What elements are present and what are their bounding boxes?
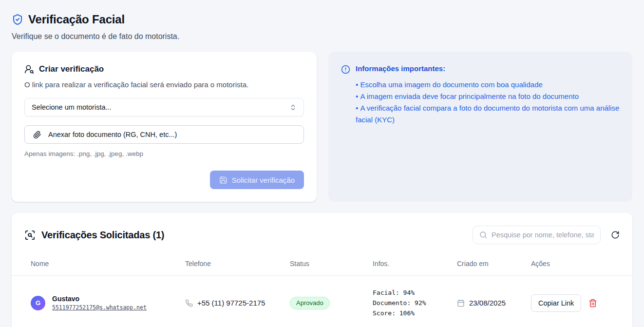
request-verification-label: Solicitar verificação — [232, 176, 295, 184]
info-card-title: Informações importantes: — [356, 64, 445, 73]
file-types-hint: Apenas imagens: .png, .jpg, .jpeg, .webp — [24, 150, 304, 157]
alert-circle-icon — [341, 64, 350, 74]
info-list: Escolha uma imagem do documento com boa … — [341, 79, 620, 126]
info-documento: Documento: 92% — [373, 298, 457, 308]
refresh-icon — [611, 231, 620, 239]
request-verification-button[interactable]: Solicitar verificação — [210, 171, 304, 189]
delete-button[interactable] — [588, 299, 597, 308]
verification-infos: Facial: 94% Documento: 92% Score: 106% — [373, 288, 457, 318]
whatsapp-id-link[interactable]: 5511977252175@s.whatsapp.net — [52, 304, 147, 311]
info-list-item: Escolha uma imagem do documento com boa … — [356, 79, 620, 91]
scan-search-icon — [24, 230, 36, 241]
phone-icon — [185, 299, 193, 307]
driver-select-value: Selecione um motorista... — [32, 103, 112, 111]
search-icon — [479, 231, 487, 239]
requested-verifications-card: Verificações Solicitadas (1) Nome Telef — [12, 213, 632, 327]
copy-link-button[interactable]: Copiar Link — [531, 294, 581, 312]
driver-name: Gustavo — [52, 295, 147, 303]
search-box — [473, 226, 601, 244]
important-info-card: Informações importantes: Escolha uma ima… — [328, 52, 632, 202]
column-header-infos: Infos. — [373, 260, 457, 268]
info-facial: Facial: 94% — [373, 288, 457, 298]
attach-document-button[interactable]: Anexar foto documento (RG, CNH, etc...) — [24, 125, 304, 144]
status-badge: Aprovado — [290, 297, 330, 309]
trash-icon — [588, 299, 597, 308]
refresh-button[interactable] — [611, 231, 620, 239]
search-input[interactable] — [492, 231, 594, 239]
column-header-telefone: Telefone — [185, 260, 290, 268]
page-subtitle: Verifique se o documento é de fato do mo… — [12, 32, 632, 41]
verifications-title: Verificações Solicitadas (1) — [41, 230, 164, 241]
column-header-nome: Nome — [31, 260, 185, 268]
table-header-row: Nome Telefone Status Infos. Criado em Aç… — [12, 253, 632, 276]
info-list-item: A verificação facial compara a foto do d… — [356, 102, 620, 126]
chevrons-up-down-icon — [289, 104, 297, 111]
page-header: Verificação Facial Verifique se o docume… — [12, 0, 632, 41]
calendar-icon — [457, 299, 465, 307]
avatar: G — [31, 296, 45, 310]
create-verification-card: Criar verificação O link para realizar a… — [12, 52, 317, 202]
create-card-description: O link para realizar a verificação facia… — [24, 80, 304, 89]
facial-verification-page: Verificação Facial Verifique se o docume… — [0, 0, 644, 327]
column-header-status: Status — [290, 260, 373, 268]
paperclip-icon — [33, 131, 41, 139]
column-header-acoes: Ações — [531, 260, 620, 268]
shield-check-icon — [12, 14, 23, 25]
column-header-criado-em: Criado em — [457, 260, 531, 268]
info-list-item: A imagem enviada deve focar principalmen… — [356, 91, 620, 102]
driver-phone: +55 (11) 97725-2175 — [197, 299, 265, 307]
info-score: Score: 106% — [373, 308, 457, 318]
driver-select[interactable]: Selecione um motorista... — [24, 98, 304, 116]
create-card-title: Criar verificação — [39, 64, 104, 74]
page-title: Verificação Facial — [28, 13, 125, 26]
created-at: 23/08/2025 — [469, 299, 506, 307]
user-search-icon — [24, 64, 34, 74]
table-row: G Gustavo 5511977252175@s.whatsapp.net +… — [12, 276, 632, 327]
attach-document-label: Anexar foto documento (RG, CNH, etc...) — [48, 131, 177, 138]
save-icon — [219, 176, 227, 184]
